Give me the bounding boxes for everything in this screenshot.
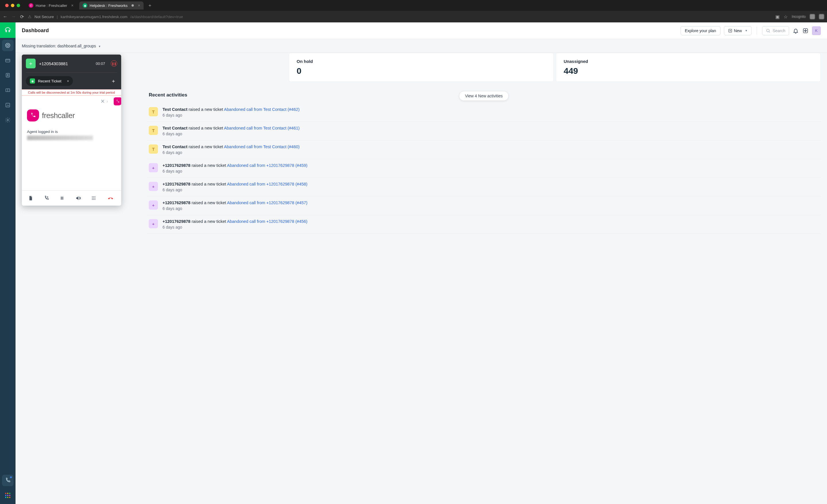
search-input[interactable]: Search <box>762 26 789 35</box>
activity-row[interactable]: T Test Contact raised a new ticket Aband… <box>147 141 821 159</box>
activity-text: +12017629878 raised a new ticket Abandon… <box>162 182 819 186</box>
hangup-icon <box>107 195 114 202</box>
window-zoom-icon[interactable] <box>17 4 20 7</box>
svg-point-21 <box>92 196 93 197</box>
hangup-button[interactable] <box>107 195 115 202</box>
filter-dropdown[interactable]: Missing translation: dashboard.all_group… <box>22 44 100 48</box>
new-tab-button[interactable]: ＋ <box>148 3 152 9</box>
bookmark-icon[interactable]: ☆ <box>784 14 788 19</box>
ticket-icon: ◉ <box>30 79 35 84</box>
window-minimize-icon[interactable] <box>11 4 14 7</box>
sidebar-item-analytics[interactable] <box>2 99 13 111</box>
profile-icon[interactable] <box>819 14 824 19</box>
sidebar-item-apps[interactable] <box>2 490 13 501</box>
stat-card-onhold[interactable]: On hold 0 <box>289 53 554 82</box>
svg-point-28 <box>93 199 94 200</box>
ticket-link[interactable]: Abandoned call from Test Contact (#462) <box>224 107 299 112</box>
activity-avatar: T <box>149 144 158 154</box>
phone-tab-icon[interactable] <box>114 97 121 105</box>
view-new-activities-button[interactable]: View 4 New activities <box>459 91 508 101</box>
call-widget-header: ＋ +12054303881 00:07 ❚❚ ◉ Recent Ticket … <box>22 55 121 89</box>
sidebar-item-settings[interactable] <box>2 114 13 126</box>
activity-row[interactable]: + +12017629878 raised a new ticket Aband… <box>147 196 821 215</box>
stat-value: 0 <box>297 66 546 76</box>
browser-tab-freshcaller[interactable]: ✆ Home : Freshcaller × <box>25 1 77 9</box>
tab-title: Helpdesk : Freshworks <box>90 3 128 8</box>
sidebar-item-solutions[interactable] <box>2 85 13 96</box>
activity-time: 6 days ago <box>162 132 819 136</box>
reload-icon[interactable]: ⟳ <box>20 14 24 19</box>
ticket-link[interactable]: Abandoned call from +12017629878 (#456) <box>227 219 307 224</box>
hold-button[interactable] <box>60 196 68 200</box>
activity-row[interactable]: + +12017629878 raised a new ticket Aband… <box>147 215 821 234</box>
browser-tab-helpdesk[interactable]: ◉ Helpdesk : Freshworks × <box>79 1 144 9</box>
active-call-button[interactable]: ＋ <box>26 59 36 68</box>
close-icon[interactable]: × <box>138 3 140 8</box>
stat-card-unassigned[interactable]: Unassigned 449 <box>556 53 821 82</box>
bell-icon <box>793 28 798 34</box>
incognito-badge: Incognito <box>792 15 806 19</box>
ticket-link[interactable]: Abandoned call from +12017629878 (#457) <box>227 200 307 205</box>
mute-button[interactable] <box>76 195 84 201</box>
svg-point-23 <box>94 196 95 197</box>
svg-rect-2 <box>6 59 10 62</box>
activity-avatar: T <box>149 107 158 116</box>
explore-plan-button[interactable]: Explore your plan <box>681 26 721 35</box>
pause-icon <box>60 196 64 200</box>
freshcaller-logo-icon <box>27 109 39 121</box>
sidebar-item-tickets[interactable] <box>2 55 13 66</box>
ticket-link[interactable]: Abandoned call from Test Contact (#461) <box>224 126 299 131</box>
window-controls[interactable] <box>2 4 23 7</box>
activity-row[interactable]: + +12017629878 raised a new ticket Aband… <box>147 178 821 196</box>
ticket-link[interactable]: Abandoned call from Test Contact (#460) <box>224 144 299 149</box>
svg-rect-7 <box>5 493 6 494</box>
svg-rect-20 <box>62 197 63 200</box>
close-icon[interactable]: ✕ <box>100 98 105 105</box>
app-logo[interactable] <box>0 22 15 38</box>
call-widget-body: ✕ › freshcaller Agent logged in is <box>22 96 121 190</box>
svg-point-22 <box>93 196 94 197</box>
back-icon[interactable]: ← <box>3 14 7 19</box>
phone-status-dot <box>10 476 12 478</box>
svg-point-6 <box>7 119 9 121</box>
activity-time: 6 days ago <box>162 225 819 230</box>
notifications-button[interactable] <box>792 28 799 34</box>
divider <box>757 27 757 35</box>
url-bar[interactable]: ⚠ Not Secure | karthikeyanarumugam1.fres… <box>28 14 771 19</box>
activity-text: Test Contact raised a new ticket Abandon… <box>162 126 819 131</box>
sidebar-item-phone[interactable] <box>2 475 13 486</box>
agent-label: Agent logged in is <box>27 130 116 134</box>
url-path: /a/dashboard/default?dev=true <box>130 15 183 19</box>
filter-bar: Missing translation: dashboard.all_group… <box>15 39 827 53</box>
svg-rect-15 <box>9 497 10 498</box>
activity-time: 6 days ago <box>162 169 819 173</box>
chevron-down-icon: ▾ <box>67 79 69 83</box>
ai-button[interactable] <box>802 28 809 34</box>
content-area: On hold 0 Unassigned 449 Recent activiti… <box>15 53 827 504</box>
activity-row[interactable]: + +12017629878 raised a new ticket Aband… <box>147 159 821 178</box>
new-button[interactable]: New ▾ <box>724 26 751 35</box>
recent-ticket-dropdown[interactable]: ◉ Recent Ticket ▾ <box>26 76 73 86</box>
user-avatar[interactable]: K <box>812 27 821 35</box>
activity-row[interactable]: T Test Contact raised a new ticket Aband… <box>147 122 821 141</box>
sidebar-item-dashboard[interactable] <box>2 40 13 51</box>
activity-avatar: + <box>149 219 158 228</box>
activity-time: 6 days ago <box>162 150 819 155</box>
dialpad-button[interactable] <box>91 196 99 200</box>
activity-row[interactable]: T Test Contact raised a new ticket Aband… <box>147 103 821 122</box>
close-icon[interactable]: × <box>71 3 74 8</box>
video-icon[interactable]: ▣ <box>775 14 780 19</box>
ticket-link[interactable]: Abandoned call from +12017629878 (#458) <box>227 182 307 186</box>
sparkle-icon <box>802 28 808 34</box>
activity-text: +12017629878 raised a new ticket Abandon… <box>162 200 819 205</box>
add-ticket-button[interactable]: ＋ <box>111 78 117 85</box>
extension-icon[interactable] <box>810 14 815 19</box>
ticket-link[interactable]: Abandoned call from +12017629878 (#459) <box>227 163 307 168</box>
sidebar-item-contacts[interactable] <box>2 69 13 81</box>
svg-rect-11 <box>7 495 8 496</box>
pause-recording-button[interactable]: ❚❚ <box>111 60 117 67</box>
transfer-button[interactable] <box>44 196 52 201</box>
call-timer: 00:07 <box>96 61 105 66</box>
note-button[interactable] <box>28 196 36 201</box>
window-close-icon[interactable] <box>5 4 9 7</box>
